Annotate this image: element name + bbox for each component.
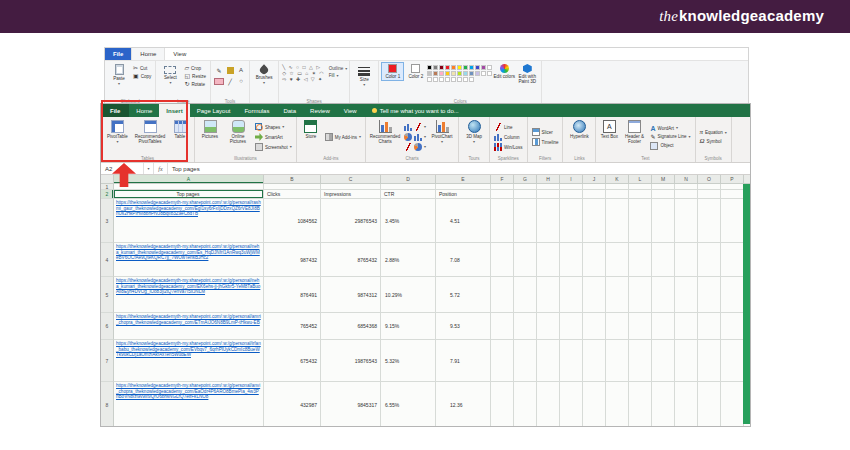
cell-url[interactable]: https://theknowledgeacademyth-my.sharepo… [114,313,264,340]
cell-position[interactable]: 7.91 [436,340,491,382]
cell-url[interactable]: https://theknowledgeacademyth-my.sharepo… [114,243,264,277]
timeline-button[interactable]: Timeline [532,138,559,146]
object-button[interactable]: Object [650,142,690,150]
palette-swatch[interactable] [463,77,468,82]
color-picker-tool[interactable]: ╱ [225,76,235,86]
store-button[interactable]: Store [299,118,323,156]
size-button[interactable]: Size ▾ [352,62,376,87]
column-header-L[interactable]: L [629,175,652,183]
recommended-charts-button[interactable]: Recommended Charts [368,118,402,156]
pivotchart-button[interactable]: PivotChart ▾ [428,118,456,156]
palette-swatch[interactable] [463,71,468,76]
sparkline-line-button[interactable]: Line [494,123,523,131]
palette-swatch[interactable] [451,65,456,70]
cell-impressions[interactable]: 19876543 [321,340,381,382]
copy-button[interactable]: ▣Copy [133,73,151,79]
column-header-F[interactable]: F [491,175,514,183]
cell-A2-top-pages[interactable]: Top pages [114,190,264,199]
palette-swatch[interactable] [451,71,456,76]
row-header-8[interactable]: 8 [101,382,114,427]
palette-swatch[interactable] [439,77,444,82]
3d-map-button[interactable]: 3D Map ▾ [461,118,487,156]
chart-type-row[interactable]: ▾ [404,143,426,151]
column-header-D[interactable]: D [381,175,436,183]
select-all-corner[interactable] [101,175,114,183]
palette-swatch[interactable] [439,65,444,70]
paint-tab-home[interactable]: Home [131,48,165,60]
cell-position[interactable]: 4.51 [436,199,491,243]
row-header-6[interactable]: 6 [101,313,114,340]
rotate-button[interactable]: ↻Rotate [184,81,206,87]
cell-impressions[interactable]: 9874312 [321,277,381,313]
edit-with-paint3d-button[interactable]: Edit with Paint 3D [515,62,539,84]
excel-tab-data[interactable]: Data [276,104,303,117]
shape-icons-row[interactable]: ⇨ ♥ ✚ ◁ ▽ ✦ [282,76,325,82]
wordart-button[interactable]: AWordArt▾ [650,125,690,132]
fill-button[interactable]: Fill▾ [329,73,348,78]
palette-swatch[interactable] [427,77,432,82]
empty-cells[interactable] [491,382,750,427]
my-addins-button[interactable]: My Add-ins▾ [325,133,361,141]
column-header-O[interactable]: O [698,175,721,183]
column-header-E[interactable]: E [436,175,491,183]
palette-swatch[interactable] [445,65,450,70]
palette-swatch[interactable] [451,77,456,82]
empty-cells[interactable] [491,313,750,340]
paint-tab-file[interactable]: File [105,48,131,60]
column-header-K[interactable]: K [606,175,629,183]
excel-tab-view[interactable]: View [337,104,364,117]
column-header-A[interactable]: A [114,175,264,183]
cell-E2-position[interactable]: Position [436,190,491,199]
cell-clicks[interactable]: 432987 [264,382,321,427]
pencil-tool[interactable]: ✎ [214,65,224,75]
column-header-N[interactable]: N [675,175,698,183]
cell-impressions[interactable]: 9845317 [321,382,381,427]
sparkline-winloss-button[interactable]: Win/Loss [494,143,523,151]
color1-button[interactable]: Color 1 [381,62,404,81]
magnifier-tool[interactable]: ○ [236,76,246,86]
shapes-button[interactable]: Shapes▾ [255,123,292,131]
row-header-3[interactable]: 3 [101,199,114,243]
column-header-H[interactable]: H [537,175,560,183]
crop-button[interactable]: ▱Crop [184,65,206,71]
palette-swatch[interactable] [427,65,432,70]
text-tool[interactable]: A [236,65,246,75]
palette-swatch[interactable] [469,71,474,76]
excel-tab-page-layout[interactable]: Page Layout [190,104,238,117]
palette-swatch[interactable] [457,71,462,76]
formula-input[interactable]: Top pages [168,163,750,174]
palette-swatch[interactable] [481,71,486,76]
cell-clicks[interactable]: 675432 [264,340,321,382]
row-header-4[interactable]: 4 [101,243,114,277]
cell-ctr[interactable]: 3.45% [381,199,436,243]
column-header-P[interactable]: P [721,175,744,183]
paint-tab-view[interactable]: View [165,48,194,60]
header-footer-button[interactable]: Header & Footer [620,118,648,156]
pictures-button[interactable]: Pictures [197,118,223,156]
cell-clicks[interactable]: 987432 [264,243,321,277]
column-header-G[interactable]: G [514,175,537,183]
cell-ctr[interactable]: 2.88% [381,243,436,277]
column-header-J[interactable]: J [583,175,606,183]
cell-url[interactable]: https://theknowledgeacademyth-my.sharepo… [114,277,264,313]
column-header-M[interactable]: M [652,175,675,183]
cell-url[interactable]: https://theknowledgeacademyth-my.sharepo… [114,340,264,382]
palette-swatch[interactable] [469,77,474,82]
palette-swatch[interactable] [433,71,438,76]
fill-tool[interactable] [225,65,235,75]
text-box-button[interactable]: A Text Box [598,118,620,156]
cell-position[interactable]: 9.53 [436,313,491,340]
signature-line-button[interactable]: ✎Signature Line▾ [650,134,690,140]
palette-swatch[interactable] [433,65,438,70]
palette-swatch[interactable] [463,65,468,70]
palette-swatch[interactable] [475,65,480,70]
row-header-7[interactable]: 7 [101,340,114,382]
smartart-button[interactable]: SmartArt [255,133,292,141]
cell-B2-clicks[interactable]: Clicks [264,190,321,199]
select-button[interactable]: Select ▾ [158,62,182,85]
palette-swatch[interactable] [457,65,462,70]
outline-button[interactable]: Outline▾ [329,66,348,71]
cell-ctr[interactable]: 6.55% [381,382,436,427]
empty-cells[interactable] [491,190,750,199]
cut-button[interactable]: ✂Cut [133,65,151,71]
